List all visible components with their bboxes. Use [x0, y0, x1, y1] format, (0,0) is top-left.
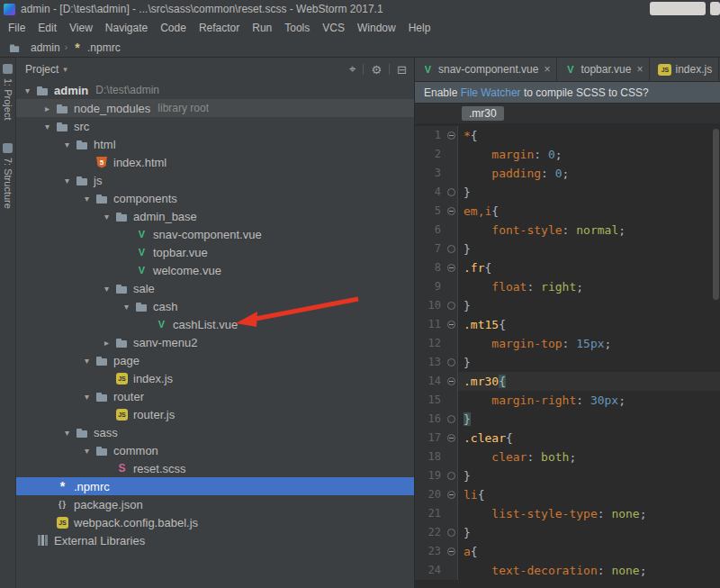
fold-end-icon[interactable] [447, 415, 455, 423]
chevron-expanded-icon[interactable]: ▾ [20, 86, 35, 95]
code-line-7[interactable]: 7} [415, 240, 720, 258]
tree-item-cashlist-vue[interactable]: VcashList.vue [16, 315, 414, 333]
tree-item-components[interactable]: ▾components [16, 189, 414, 207]
tree-item-cash[interactable]: ▾cash [16, 297, 414, 315]
code-line-12[interactable]: 12 margin-top: 15px; [415, 334, 720, 353]
code-line-3[interactable]: 3 padding: 0; [415, 164, 720, 183]
code-line-2[interactable]: 2 margin: 0; [415, 145, 720, 164]
fold-start-icon[interactable] [447, 207, 455, 215]
code-line-11[interactable]: 11.mt15{ [415, 315, 720, 334]
tree-item-sass[interactable]: ▾sass [16, 423, 414, 441]
menu-run[interactable]: Run [246, 20, 278, 36]
menu-tools[interactable]: Tools [278, 20, 316, 36]
fold-end-icon[interactable] [447, 472, 455, 480]
editor-scrollbar[interactable] [713, 129, 719, 300]
menu-window[interactable]: Window [351, 20, 402, 36]
fold-start-icon[interactable] [447, 264, 455, 272]
tree-item-sale[interactable]: ▾sale [16, 279, 414, 297]
fold-end-icon[interactable] [447, 529, 455, 537]
code-line-8[interactable]: 8.fr{ [415, 258, 720, 277]
code-line-1[interactable]: 1*{ [415, 126, 720, 145]
chevron-expanded-icon[interactable]: ▾ [59, 176, 75, 185]
fold-start-icon[interactable] [447, 547, 455, 556]
tab-topbar-vue[interactable]: Vtopbar.vue× [557, 58, 650, 81]
fold-end-icon[interactable] [447, 245, 455, 253]
tree-item-index-js[interactable]: JSindex.js [16, 369, 414, 387]
code-line-18[interactable]: 18 clear: both; [415, 448, 720, 466]
tree-item-sanv-menu2[interactable]: ▸sanv-menu2 [16, 333, 414, 351]
code-line-9[interactable]: 9 float: right; [415, 277, 720, 296]
menu-view[interactable]: View [63, 20, 99, 36]
chevron-expanded-icon[interactable]: ▾ [59, 428, 75, 438]
menu-file[interactable]: File [2, 20, 32, 36]
tab-snav-component-vue[interactable]: Vsnav-component.vue× [415, 58, 557, 81]
tool-window-button-project[interactable]: 1: Project [3, 64, 14, 120]
chevron-collapsed-icon[interactable]: ▸ [40, 104, 55, 113]
tree-item-external-libraries[interactable]: External Libraries [16, 531, 414, 549]
code-editor[interactable]: 1*{2 margin: 0;3 padding: 0;4}5em,i{6 fo… [415, 123, 720, 588]
tree-item-admin[interactable]: ▾adminD:\test\admin [16, 81, 414, 99]
chevron-expanded-icon[interactable]: ▾ [99, 212, 114, 222]
fold-start-icon[interactable] [447, 377, 455, 385]
code-line-5[interactable]: 5em,i{ [415, 202, 720, 221]
chevron-expanded-icon[interactable]: ▾ [79, 392, 94, 402]
tree-item-snav-component-vue[interactable]: Vsnav-component.vue [16, 225, 414, 243]
fold-start-icon[interactable] [447, 131, 455, 140]
menu-code[interactable]: Code [154, 20, 193, 36]
code-line-16[interactable]: 16} [415, 410, 720, 429]
chevron-expanded-icon[interactable]: ▾ [99, 284, 114, 294]
breadcrumb-file[interactable]: .npmrc [87, 41, 121, 54]
tree-item-npmrc[interactable]: *.npmrc [16, 477, 414, 495]
breadcrumb-project[interactable]: admin [31, 41, 60, 54]
menu-refactor[interactable]: Refactor [193, 20, 246, 36]
menu-vcs[interactable]: VCS [316, 20, 351, 36]
code-line-6[interactable]: 6 font-style: normal; [415, 221, 720, 240]
tree-item-welcome-vue[interactable]: Vwelcome.vue [16, 261, 414, 279]
menu-edit[interactable]: Edit [32, 20, 63, 36]
tree-item-router-js[interactable]: JSrouter.js [16, 405, 414, 423]
tree-item-admin-base[interactable]: ▾admin_base [16, 207, 414, 225]
code-line-15[interactable]: 15 margin-right: 30px; [415, 391, 720, 410]
chevron-expanded-icon[interactable]: ▾ [119, 302, 134, 312]
code-line-24[interactable]: 24 text-decoration: none; [415, 561, 720, 580]
tab-index-js[interactable]: JSindex.js [650, 58, 719, 81]
hide-icon[interactable]: ⊟ [397, 63, 407, 77]
tree-item-page[interactable]: ▾page [16, 351, 414, 369]
code-line-19[interactable]: 19} [415, 466, 720, 485]
fold-end-icon[interactable] [447, 358, 455, 366]
code-line-21[interactable]: 21 list-style-type: none; [415, 504, 720, 523]
fold-start-icon[interactable] [447, 491, 455, 499]
settings-gear-icon[interactable]: ⚙ [371, 63, 382, 77]
close-icon[interactable]: × [636, 63, 643, 76]
tree-item-index-html[interactable]: 5index.html [16, 153, 414, 171]
code-line-10[interactable]: 10} [415, 296, 720, 315]
close-icon[interactable]: × [544, 63, 550, 76]
fold-end-icon[interactable] [447, 188, 455, 196]
tree-item-package-json[interactable]: {}package.json [16, 495, 414, 513]
code-line-22[interactable]: 22} [415, 523, 720, 542]
code-line-17[interactable]: 17.clear{ [415, 429, 720, 448]
fold-start-icon[interactable] [447, 434, 455, 442]
tree-item-js[interactable]: ▾js [16, 171, 414, 189]
tree-item-topbar-vue[interactable]: Vtopbar.vue [16, 243, 414, 261]
fold-start-icon[interactable] [447, 321, 455, 329]
file-watcher-link[interactable]: File Watcher [461, 86, 521, 99]
chevron-expanded-icon[interactable]: ▾ [40, 122, 55, 131]
breadcrumb-scope[interactable]: .mr30 [462, 106, 504, 121]
tree-item-reset-scss[interactable]: Sreset.scss [16, 459, 414, 477]
menu-help[interactable]: Help [402, 20, 437, 36]
tree-item-router[interactable]: ▾router [16, 387, 414, 405]
code-line-14[interactable]: 14.mr30{ [415, 372, 720, 391]
fold-end-icon[interactable] [447, 302, 455, 310]
chevron-collapsed-icon[interactable]: ▸ [99, 338, 114, 348]
chevron-expanded-icon[interactable]: ▾ [79, 194, 94, 204]
tree-item-src[interactable]: ▾src [16, 117, 414, 135]
chevron-expanded-icon[interactable]: ▾ [79, 446, 94, 456]
tree-item-webpack-config-babel-js[interactable]: JSwebpack.config.babel.js [16, 513, 414, 531]
code-line-20[interactable]: 20li{ [415, 485, 720, 504]
code-line-4[interactable]: 4} [415, 183, 720, 202]
tree-item-node-modules[interactable]: ▸node_moduleslibrary root [16, 99, 414, 117]
project-view-dropdown[interactable]: Project [25, 63, 58, 76]
chevron-expanded-icon[interactable]: ▾ [79, 356, 94, 366]
tool-window-button-structure[interactable]: 7: Structure [3, 143, 14, 209]
